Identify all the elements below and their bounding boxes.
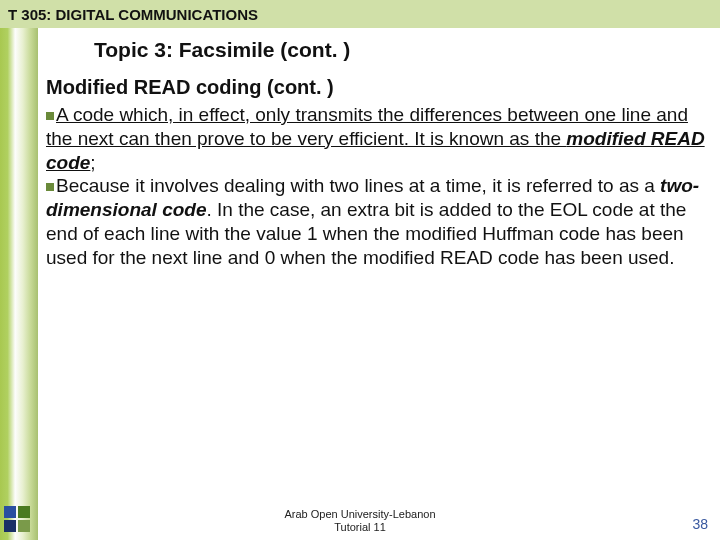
bullet-2-pre: Because it involves dealing with two lin…: [56, 175, 660, 196]
bullet-1-post: ;: [90, 152, 95, 173]
footer-line2: Tutorial 11: [0, 521, 720, 534]
slide-footer: Arab Open University-Lebanon Tutorial 11: [0, 508, 720, 534]
course-header: T 305: DIGITAL COMMUNICATIONS: [0, 0, 720, 28]
bullet-1: A code which, in effect, only transmits …: [46, 103, 706, 174]
bullet-icon: [46, 112, 54, 120]
course-code: T 305: DIGITAL COMMUNICATIONS: [8, 6, 258, 23]
side-decoration: [0, 28, 38, 540]
footer-line1: Arab Open University-Lebanon: [0, 508, 720, 521]
bullet-icon: [46, 183, 54, 191]
section-heading: Modified READ coding (cont. ): [46, 76, 706, 99]
bullet-2: Because it involves dealing with two lin…: [46, 174, 706, 269]
topic-title: Topic 3: Facsimile (cont. ): [94, 38, 706, 62]
slide-content: Topic 3: Facsimile (cont. ) Modified REA…: [46, 32, 706, 269]
page-number: 38: [692, 516, 708, 532]
